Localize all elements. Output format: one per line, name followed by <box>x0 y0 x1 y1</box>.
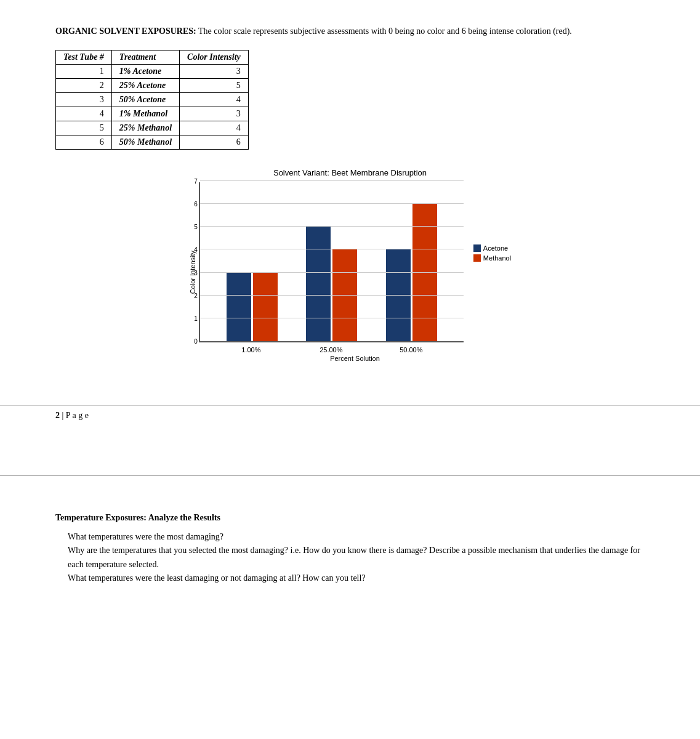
table-row: 525% Methanol4 <box>56 121 249 135</box>
cell-tube: 6 <box>56 135 112 150</box>
cell-intensity: 5 <box>180 79 249 93</box>
page-break <box>0 475 700 476</box>
y-gridline <box>200 226 464 227</box>
y-tick-label: 0 <box>184 338 198 345</box>
col-header-intensity: Color Intensity <box>180 50 249 65</box>
table-row: 11% Acetone3 <box>56 65 249 79</box>
legend-acetone-box <box>473 244 481 252</box>
cell-tube: 5 <box>56 121 112 135</box>
legend-acetone: Acetone <box>473 244 511 252</box>
question-item: Why are the temperatures that you select… <box>68 544 645 571</box>
bar-methanol <box>412 204 437 341</box>
y-gridline <box>200 180 464 181</box>
cell-intensity: 4 <box>180 93 249 107</box>
y-tick-label: 3 <box>184 270 198 277</box>
page: ORGANIC SOLVENT EXPOSURES: The color sca… <box>0 0 700 739</box>
y-tick-label: 5 <box>184 224 198 230</box>
page-top-section: ORGANIC SOLVENT EXPOSURES: The color sca… <box>0 0 700 399</box>
cell-intensity: 3 <box>180 65 249 79</box>
y-tick-label: 2 <box>184 293 198 299</box>
chart-legend: Acetone Methanol <box>473 244 511 262</box>
spacer <box>0 426 700 475</box>
table-row: 225% Acetone5 <box>56 79 249 93</box>
cell-tube: 2 <box>56 79 112 93</box>
questions-block: What temperatures were the most damaging… <box>68 530 645 586</box>
cell-treatment: 25% Acetone <box>111 79 179 93</box>
cell-intensity: 6 <box>180 135 249 150</box>
question-item: What temperatures were the most damaging… <box>68 530 645 544</box>
bar-acetone <box>306 227 331 341</box>
cell-treatment: 50% Acetone <box>111 93 179 107</box>
y-tick-label: 7 <box>184 178 198 185</box>
cell-treatment: 1% Methanol <box>111 107 179 121</box>
page-footer: 2 | P a g e <box>0 405 700 426</box>
intro-bold: ORGANIC SOLVENT EXPOSURES: <box>55 26 196 36</box>
cell-treatment: 1% Acetone <box>111 65 179 79</box>
cell-tube: 4 <box>56 107 112 121</box>
y-gridline <box>200 318 464 318</box>
col-header-treatment: Treatment <box>111 50 179 65</box>
chart-inner: 01234567 Acetone Methanol 1 <box>199 182 511 362</box>
x-axis: 1.00%25.00%50.00% <box>199 345 464 353</box>
bottom-heading: Temperature Exposures: Analyze the Resul… <box>55 513 645 523</box>
table-row: 350% Acetone4 <box>56 93 249 107</box>
question-item: What temperatures were the least damagin… <box>68 571 645 585</box>
bar-group <box>306 227 357 341</box>
bar-acetone <box>386 249 411 341</box>
x-tick-label: 1.00% <box>211 346 291 353</box>
cell-intensity: 4 <box>180 121 249 135</box>
y-gridline <box>200 272 464 273</box>
page-number: 2 <box>55 411 60 420</box>
legend-methanol-box <box>473 254 481 262</box>
table-row: 41% Methanol3 <box>56 107 249 121</box>
legend-methanol-label: Methanol <box>483 254 511 262</box>
y-tick-label: 6 <box>184 201 198 208</box>
cell-treatment: 50% Methanol <box>111 135 179 150</box>
bar-group <box>386 204 437 341</box>
bar-methanol <box>332 249 357 341</box>
bar-methanol <box>253 273 278 341</box>
cell-tube: 1 <box>56 65 112 79</box>
y-gridline <box>200 249 464 249</box>
legend-methanol: Methanol <box>473 254 511 262</box>
y-gridline <box>200 203 464 204</box>
cell-intensity: 3 <box>180 107 249 121</box>
intro-paragraph: ORGANIC SOLVENT EXPOSURES: The color sca… <box>55 25 645 38</box>
chart-container: Color Intensity 01234567 Acetone <box>189 182 511 362</box>
bar-acetone <box>227 273 251 341</box>
col-header-tube: Test Tube # <box>56 50 112 65</box>
x-tick-label: 50.00% <box>371 346 451 353</box>
chart-section: Solvent Variant: Beet Membrane Disruptio… <box>55 168 645 362</box>
y-tick-label: 1 <box>184 315 198 322</box>
page-label: | P a g e <box>62 411 89 420</box>
cell-tube: 3 <box>56 93 112 107</box>
table-row: 650% Methanol6 <box>56 135 249 150</box>
cell-treatment: 25% Methanol <box>111 121 179 135</box>
bar-group <box>227 273 278 341</box>
x-axis-label: Percent Solution <box>199 355 511 362</box>
data-table: Test Tube # Treatment Color Intensity 11… <box>55 50 249 150</box>
intro-rest: The color scale represents subjective as… <box>196 26 572 36</box>
chart-plot: 01234567 <box>199 182 464 342</box>
page-bottom: Temperature Exposures: Analyze the Resul… <box>0 501 700 610</box>
x-tick-label: 25.00% <box>291 346 371 353</box>
y-tick-label: 4 <box>184 246 198 253</box>
y-gridline <box>200 295 464 296</box>
chart-title: Solvent Variant: Beet Membrane Disruptio… <box>273 168 427 177</box>
legend-acetone-label: Acetone <box>483 244 508 252</box>
